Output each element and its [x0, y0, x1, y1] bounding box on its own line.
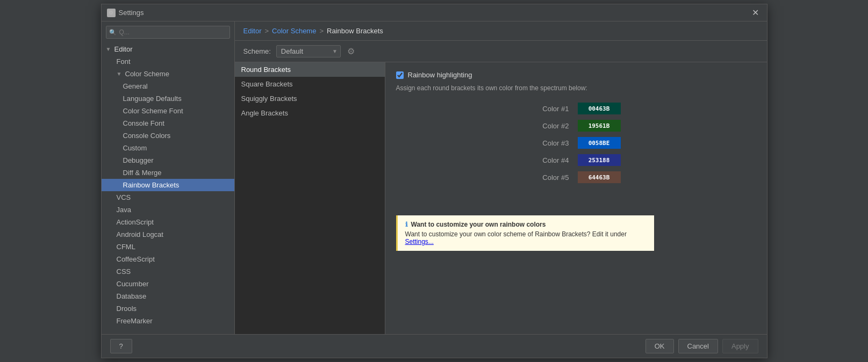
- color-label-2: Color #2: [532, 122, 569, 130]
- sidebar-item-label: Java: [117, 206, 131, 214]
- search-input[interactable]: [106, 26, 230, 39]
- scheme-select-wrap: Default Darcula High Contrast ▼: [276, 45, 341, 57]
- dialog-body: 🔍 ▼ Editor Font ▼ Color Scheme: [102, 21, 767, 334]
- list-item-label: Angle Brackets: [241, 109, 288, 117]
- apply-button[interactable]: Apply: [722, 339, 758, 353]
- gear-button[interactable]: ⚙: [346, 45, 356, 57]
- breadcrumb-sep-1: >: [264, 27, 269, 35]
- sidebar-item-freemarker[interactable]: FreeMarker: [102, 315, 234, 327]
- sidebar-item-css[interactable]: CSS: [102, 265, 234, 278]
- notification-bar: ℹ Want to customize your own rainbow col…: [396, 215, 654, 251]
- cancel-button[interactable]: Cancel: [678, 339, 718, 353]
- sidebar-item-label: Debugger: [123, 156, 154, 164]
- scheme-bar: Scheme: Default Darcula High Contrast ▼ …: [235, 41, 767, 62]
- color-hex-1: 00463B: [589, 105, 610, 112]
- sidebar-section-editor: ▼ Editor Font ▼ Color Scheme General: [102, 43, 234, 327]
- breadcrumb-editor[interactable]: Editor: [243, 27, 262, 35]
- sidebar-item-label: VCS: [117, 193, 131, 201]
- color-swatch-2[interactable]: 19561B: [578, 120, 621, 132]
- sidebar-item-debugger[interactable]: Debugger: [102, 154, 234, 166]
- list-item-angle-brackets[interactable]: Angle Brackets: [235, 106, 385, 120]
- sidebar-item-console-font[interactable]: Console Font: [102, 117, 234, 129]
- color-hex-3: 0058BE: [589, 140, 610, 147]
- color-swatch-4[interactable]: 253188: [578, 154, 621, 166]
- rainbow-header: Rainbow highlighting: [396, 71, 756, 79]
- sidebar-item-label: Console Colors: [123, 132, 171, 140]
- list-item-square-brackets[interactable]: Square Brackets: [235, 77, 385, 91]
- titlebar-left: ⚙ Settings: [107, 9, 144, 17]
- breadcrumb-sep-2: >: [319, 27, 324, 35]
- sidebar-item-database[interactable]: Database: [102, 290, 234, 302]
- sidebar-item-color-scheme-font[interactable]: Color Scheme Font: [102, 105, 234, 117]
- notification-settings-link[interactable]: Settings...: [405, 238, 434, 245]
- sidebar-item-label: Language Defaults: [123, 95, 182, 103]
- rainbow-settings-panel: Rainbow highlighting Assign each round b…: [385, 62, 767, 334]
- help-button[interactable]: ?: [110, 339, 132, 353]
- expand-arrow-color-scheme: ▼: [117, 71, 123, 77]
- bracket-list-panel: Round Brackets Square Brackets Squiggly …: [235, 62, 385, 334]
- sidebar-item-font[interactable]: Font: [102, 55, 234, 68]
- sidebar-item-label: ActionScript: [117, 218, 154, 226]
- color-row-4: Color #4 253188: [396, 154, 756, 166]
- color-label-3: Color #3: [532, 139, 569, 147]
- breadcrumb-color-scheme[interactable]: Color Scheme: [272, 27, 316, 35]
- ok-button[interactable]: OK: [645, 339, 674, 353]
- color-row-3: Color #3 0058BE: [396, 137, 756, 149]
- sidebar-item-cfml[interactable]: CFML: [102, 241, 234, 253]
- split-pane: Round Brackets Square Brackets Squiggly …: [235, 62, 767, 334]
- sidebar-item-java[interactable]: Java: [102, 204, 234, 216]
- app-icon: ⚙: [107, 9, 116, 17]
- sidebar-item-label: Custom: [123, 144, 147, 152]
- sidebar-item-diff-merge[interactable]: Diff & Merge: [102, 166, 234, 179]
- color-row-5: Color #5 64463B: [396, 171, 756, 183]
- list-item-squiggly-brackets[interactable]: Squiggly Brackets: [235, 91, 385, 106]
- sidebar-item-label: Console Font: [123, 119, 164, 127]
- sidebar-item-cucumber[interactable]: Cucumber: [102, 278, 234, 290]
- sidebar-item-label: Cucumber: [117, 280, 149, 288]
- color-swatch-3[interactable]: 0058BE: [578, 137, 621, 149]
- rainbow-checkbox[interactable]: [396, 71, 404, 79]
- sidebar-item-editor[interactable]: ▼ Editor: [102, 43, 234, 55]
- sidebar-item-label: Drools: [117, 305, 137, 313]
- sidebar-item-language-defaults[interactable]: Language Defaults: [102, 92, 234, 105]
- sidebar-item-actionscript[interactable]: ActionScript: [102, 216, 234, 228]
- sidebar-item-coffeescript[interactable]: CoffeeScript: [102, 253, 234, 265]
- sidebar-item-label: Font: [117, 57, 131, 66]
- color-label-4: Color #4: [532, 156, 569, 164]
- sidebar-item-label: FreeMarker: [117, 317, 153, 325]
- sidebar-item-label: CFML: [117, 243, 135, 251]
- main-content: Editor > Color Scheme > Rainbow Brackets…: [235, 21, 767, 334]
- sidebar-item-label: General: [123, 82, 148, 90]
- sidebar-item-drools[interactable]: Drools: [102, 302, 234, 315]
- scheme-label: Scheme:: [243, 47, 271, 55]
- list-item-round-brackets[interactable]: Round Brackets: [235, 62, 385, 77]
- sidebar-item-console-colors[interactable]: Console Colors: [102, 129, 234, 142]
- sidebar-item-custom[interactable]: Custom: [102, 142, 234, 154]
- color-row-1: Color #1 00463B: [396, 103, 756, 114]
- settings-dialog: ⚙ Settings ✕ 🔍 ▼ Editor Font: [101, 4, 767, 358]
- close-button[interactable]: ✕: [750, 7, 762, 19]
- sidebar-item-rainbow-brackets[interactable]: Rainbow Brackets: [102, 179, 234, 191]
- rainbow-description: Assign each round brackets its own color…: [396, 84, 756, 92]
- expand-arrow-editor: ▼: [106, 46, 112, 52]
- sidebar-item-color-scheme[interactable]: ▼ Color Scheme: [102, 68, 234, 80]
- list-item-label: Squiggly Brackets: [241, 95, 297, 103]
- list-item-label: Square Brackets: [241, 80, 293, 88]
- sidebar-item-android-logcat[interactable]: Android Logcat: [102, 228, 234, 241]
- sidebar-item-label: Color Scheme: [125, 70, 169, 78]
- color-row-2: Color #2 19561B: [396, 120, 756, 132]
- scheme-select[interactable]: Default Darcula High Contrast: [276, 45, 341, 57]
- color-hex-4: 253188: [589, 157, 610, 164]
- list-item-label: Round Brackets: [241, 66, 291, 74]
- breadcrumb: Editor > Color Scheme > Rainbow Brackets: [235, 21, 767, 41]
- sidebar-item-general[interactable]: General: [102, 80, 234, 92]
- color-swatch-1[interactable]: 00463B: [578, 103, 621, 114]
- sidebar-item-vcs[interactable]: VCS: [102, 191, 234, 204]
- sidebar-item-label: Database: [117, 292, 147, 300]
- dialog-title: Settings: [119, 9, 144, 17]
- bottom-bar: ? OK Cancel Apply: [102, 334, 767, 358]
- sidebar-item-label: Editor: [114, 45, 133, 53]
- color-swatch-5[interactable]: 64463B: [578, 171, 621, 183]
- sidebar-item-label: CSS: [117, 267, 131, 276]
- info-icon: ℹ: [405, 221, 408, 228]
